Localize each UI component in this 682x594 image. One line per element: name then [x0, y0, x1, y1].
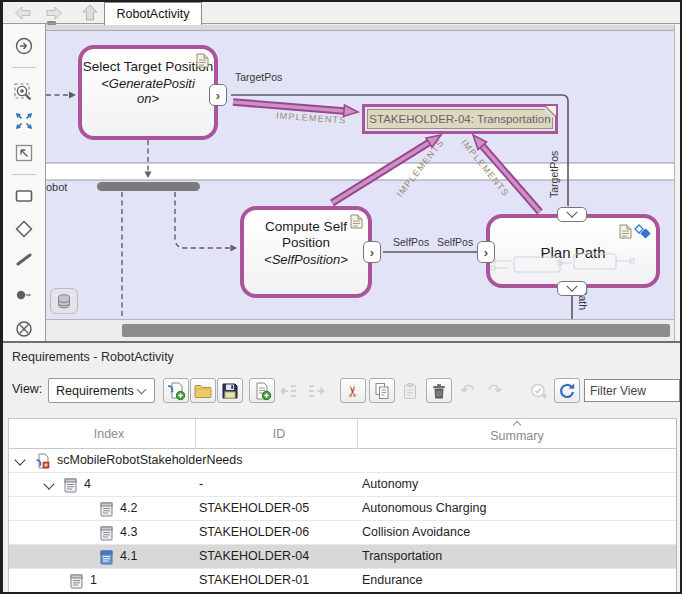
circle-x-icon [13, 318, 35, 340]
diamond-icon [13, 218, 35, 240]
cell-summary[interactable]: Transportation [362, 549, 442, 563]
back-arrow-icon [13, 4, 33, 22]
trash-icon [429, 381, 449, 401]
refresh-icon [557, 381, 577, 401]
zoom-region-tool-button[interactable] [9, 80, 39, 106]
check-add-icon [529, 381, 549, 401]
table-row-req-1[interactable]: 1 STAKEHOLDER-01 Endurance [9, 569, 677, 593]
cell-id[interactable]: STAKEHOLDER-06 [199, 525, 309, 539]
import-icon [166, 381, 186, 401]
app-window: RobotActivity [0, 0, 682, 594]
cell-summary[interactable]: Collision Avoidance [362, 525, 470, 539]
demote-requirement-button[interactable] [303, 378, 329, 403]
table-row-req-4-3[interactable]: 4.3 STAKEHOLDER-06 Collision Avoidance [9, 521, 677, 545]
expand-chevron-icon[interactable] [14, 454, 25, 465]
block-title: Select Target Position [82, 59, 214, 75]
open-button[interactable] [190, 378, 216, 403]
up-arrow-icon [80, 3, 100, 23]
rectangle-icon [13, 185, 35, 207]
signal-label-targetpos: TargetPos [235, 71, 282, 83]
fit-selection-tool-button[interactable] [9, 140, 39, 166]
view-label: View: [12, 382, 42, 396]
cell-id[interactable]: STAKEHOLDER-05 [199, 501, 309, 515]
refresh-button[interactable] [554, 378, 580, 403]
column-header-summary[interactable]: Summary [477, 429, 557, 443]
table-row-req-4-2[interactable]: 4.2 STAKEHOLDER-05 Autonomous Charging [9, 497, 677, 521]
view-dropdown[interactable]: Requirements [48, 378, 155, 403]
diagram-canvas[interactable]: Select Target Position <GeneratePosition… [46, 25, 674, 319]
symbols-panel-button[interactable] [50, 288, 78, 314]
final-node-tool-button[interactable] [9, 316, 39, 342]
chevron-down-icon [566, 206, 577, 217]
table-row-req-4[interactable]: 4 - Autonomy [9, 473, 677, 497]
import-requirements-button[interactable] [163, 378, 189, 403]
delete-button[interactable] [426, 378, 452, 403]
fit-to-view-tool-button[interactable] [9, 108, 39, 134]
signal-label-selfpos-dst: SelfPos [437, 236, 473, 248]
cell-index[interactable]: 4.3 [120, 525, 137, 539]
cell-index[interactable]: 4.1 [120, 549, 137, 563]
palette-separator [12, 67, 36, 68]
copy-button[interactable] [369, 378, 395, 403]
port-plan-path-top[interactable] [557, 207, 587, 222]
canvas-horizontal-scrollbar[interactable] [46, 319, 674, 341]
promote-requirement-button[interactable] [276, 378, 302, 403]
cell-id[interactable]: STAKEHOLDER-01 [199, 573, 309, 587]
up-button[interactable] [77, 3, 103, 23]
save-button[interactable] [217, 378, 243, 403]
canvas-hscroll-thumb[interactable] [122, 324, 670, 337]
cell-summary[interactable]: Autonomy [362, 477, 418, 491]
cell-index[interactable]: scMobileRobotStakeholderNeeds [57, 453, 243, 467]
back-button[interactable] [10, 3, 36, 23]
chevron-down-icon [137, 384, 147, 394]
database-icon [56, 293, 72, 310]
cut-button[interactable]: ✂ [340, 378, 366, 403]
initial-node-tool-button[interactable] [9, 282, 39, 308]
redo-button[interactable]: ↷ [482, 378, 508, 403]
table-row-req-4-1-selected[interactable]: 4.1 STAKEHOLDER-04 Transportation [9, 545, 677, 569]
cell-summary[interactable]: Endurance [362, 573, 422, 587]
view-dropdown-value: Requirements [56, 384, 134, 398]
requirement-annotation[interactable]: STAKEHOLDER-04: Transportation [362, 104, 558, 134]
create-link-button[interactable] [526, 378, 552, 403]
transition-tool-button[interactable] [9, 246, 39, 272]
add-requirement-button[interactable] [249, 378, 275, 403]
cell-index[interactable]: 1 [90, 573, 97, 587]
document-badge-icon [196, 53, 209, 68]
link-diamonds-badge-icon [634, 223, 651, 239]
fork-bar[interactable] [97, 182, 200, 191]
port-select-target-out[interactable]: › [209, 84, 227, 106]
cell-index[interactable]: 4.2 [120, 501, 137, 515]
cell-id[interactable]: STAKEHOLDER-04 [199, 549, 309, 563]
block-subtitle: <SelfPosition> [246, 252, 366, 267]
promote-left-arrow-icon [279, 381, 299, 401]
redo-icon: ↷ [488, 380, 502, 401]
port-compute-self-out[interactable]: › [363, 241, 381, 263]
block-plan-path[interactable]: Plan Path [486, 214, 660, 288]
cell-summary[interactable]: Autonomous Charging [362, 501, 486, 515]
undo-button[interactable]: ↶ [454, 378, 480, 403]
panel-divider[interactable] [0, 341, 682, 343]
paste-clipboard-icon [400, 381, 420, 401]
forward-button[interactable] [41, 3, 67, 23]
requirement-icon [100, 502, 113, 517]
requirement-icon [70, 574, 83, 589]
block-subtitle: <GeneratePosition> [98, 76, 198, 106]
block-compute-self-position[interactable]: Compute Self Position <SelfPosition> [240, 206, 372, 298]
tab-robotactivity[interactable]: RobotActivity [104, 2, 202, 25]
port-plan-path-in[interactable]: › [477, 241, 495, 263]
expand-chevron-icon[interactable] [43, 478, 54, 489]
requirement-icon-selected [100, 550, 113, 565]
cell-index[interactable]: 4 [84, 477, 91, 491]
state-tool-button[interactable] [9, 183, 39, 209]
column-header-id[interactable]: ID [239, 427, 319, 441]
paste-button[interactable] [397, 378, 423, 403]
table-row-reqset[interactable]: scMobileRobotStakeholderNeeds [9, 449, 677, 473]
column-header-index[interactable]: Index [69, 427, 149, 441]
junction-tool-button[interactable] [9, 216, 39, 242]
port-plan-path-bottom[interactable] [557, 281, 587, 296]
filter-view-input[interactable] [584, 379, 680, 402]
explore-tool-button[interactable] [9, 33, 39, 59]
cell-id[interactable]: - [199, 477, 203, 491]
block-select-target-position[interactable]: Select Target Position <GeneratePosition… [78, 45, 218, 140]
